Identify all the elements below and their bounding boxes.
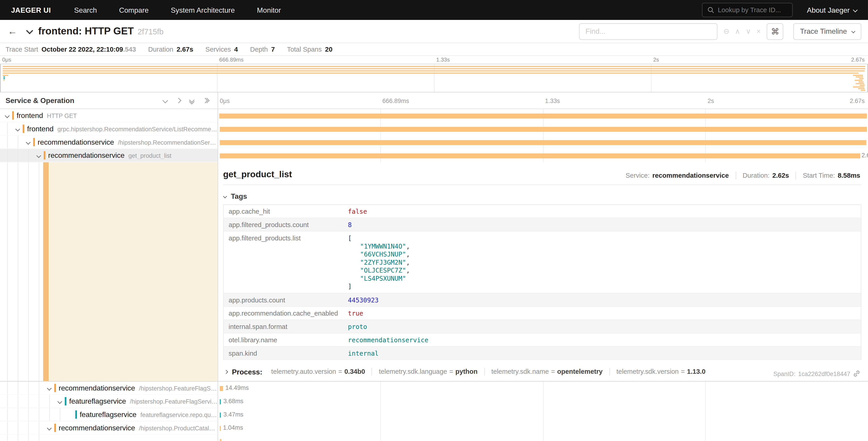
- collapse-header-chevron-icon[interactable]: [26, 27, 33, 34]
- find-clear-icon[interactable]: ×: [756, 27, 761, 35]
- timeline-main: Service & Operation 0μs 666.89ms 1.33s 2…: [0, 93, 868, 441]
- nav-item-compare[interactable]: Compare: [108, 6, 160, 14]
- tag-value: false: [343, 205, 861, 218]
- tag-row: internal.span.format proto: [223, 320, 861, 333]
- span-duration-bar[interactable]: [220, 413, 221, 418]
- span-name-cell[interactable]: featureflagservice /hipstershop.FeatureF…: [0, 395, 217, 408]
- span-track[interactable]: 3.47ms: [217, 408, 868, 421]
- span-track[interactable]: [217, 136, 868, 149]
- chevron-right-icon: [176, 98, 181, 103]
- span-name-cell[interactable]: recommendationservice /hipstershop.Featu…: [0, 382, 217, 395]
- detail-start-time: Start Time:8.58ms: [796, 172, 861, 179]
- minimap-span-bar: [3, 80, 4, 81]
- about-jaeger-menu[interactable]: About Jaeger: [807, 6, 857, 14]
- collapse-all-button[interactable]: [190, 98, 194, 103]
- span-collapse-chevron[interactable]: [34, 154, 44, 157]
- minimap-tick: 666.89ms: [219, 57, 244, 63]
- tree-indent-guide: [2, 136, 13, 148]
- span-name-cell[interactable]: [0, 435, 217, 441]
- span-collapse-chevron[interactable]: [44, 386, 54, 390]
- tree-indent-guide: [13, 395, 23, 408]
- span-name-cell[interactable]: frontend HTTP GET: [0, 109, 217, 122]
- nav-item-search[interactable]: Search: [63, 6, 108, 14]
- expand-all-button[interactable]: [203, 98, 209, 102]
- trace-view-selector[interactable]: Trace Timeline: [793, 23, 861, 40]
- span-track[interactable]: [217, 435, 868, 441]
- span-collapse-chevron[interactable]: [55, 400, 65, 403]
- process-kv: telemetry.sdk.language=python: [372, 368, 484, 375]
- span-detail-panel: get_product_list Service:recommendations…: [217, 162, 868, 381]
- span-duration-bar[interactable]: [220, 386, 223, 391]
- span-track[interactable]: 1.04ms: [217, 421, 868, 435]
- tree-indent-guide: [34, 435, 44, 441]
- span-duration-bar[interactable]: [219, 140, 866, 145]
- span-track[interactable]: [217, 109, 868, 122]
- collapse-one-button[interactable]: [163, 98, 167, 102]
- tag-value: true: [343, 306, 861, 320]
- selected-span-color-stripe: [43, 162, 49, 381]
- trace-view-selector-label: Trace Timeline: [800, 27, 847, 35]
- process-section-toggle[interactable]: Process: telemetry.auto.version=0.34b0 t…: [223, 368, 862, 376]
- detail-duration: Duration:2.62s: [735, 172, 796, 179]
- find-next-icon[interactable]: ∨: [746, 27, 751, 35]
- span-duration-bar[interactable]: [219, 127, 867, 132]
- minimap-range-handle-left[interactable]: [0, 64, 0, 92]
- span-track[interactable]: [217, 122, 868, 136]
- nav-item-monitor[interactable]: Monitor: [246, 6, 292, 14]
- span-row-featureflag-repo-query: featureflagservice featureflagservice.re…: [0, 408, 868, 421]
- span-duration-bar[interactable]: [220, 439, 222, 441]
- minimap-tick: 0μs: [2, 57, 11, 63]
- minimap-tick: 2.67s: [851, 57, 865, 63]
- span-track[interactable]: 14.49ms: [217, 382, 868, 395]
- span-collapse-chevron[interactable]: [13, 127, 23, 130]
- span-track[interactable]: 3.68ms: [217, 395, 868, 408]
- span-detail-header: get_product_list Service:recommendations…: [223, 170, 862, 185]
- span-name-cell[interactable]: recommendationservice /hipstershop.Recom…: [0, 136, 217, 149]
- column-divider[interactable]: [217, 93, 218, 441]
- span-collapse-chevron[interactable]: [2, 114, 12, 117]
- json-list-item: "2ZYFJ3GM2N",: [348, 258, 856, 266]
- selected-span-highlight: [49, 162, 217, 381]
- span-operation-name: /hipstershop.FeatureFlagService/Ge…: [130, 398, 217, 405]
- span-name-cell[interactable]: recommendationservice /hipstershop.Produ…: [0, 421, 217, 435]
- span-duration-bar[interactable]: [220, 426, 221, 431]
- process-kv: telemetry.sdk.version=1.13.0: [609, 368, 712, 375]
- span-operation-name: /hipstershop.ProductCatalogSer…: [139, 424, 217, 431]
- span-track[interactable]: 2.62s: [217, 149, 868, 162]
- expand-one-button[interactable]: [177, 98, 180, 102]
- tag-row: app.recommendation.cache_enabled true: [223, 306, 861, 320]
- tree-indent-guide: [34, 421, 44, 434]
- span-duration-bar[interactable]: [219, 114, 867, 119]
- span-operation-name: get_product_list: [128, 152, 172, 159]
- tree-indent-guide: [13, 149, 23, 161]
- tags-section-toggle[interactable]: Tags: [223, 192, 861, 201]
- span-duration-label: 2.62s: [862, 152, 868, 158]
- span-name-cell[interactable]: frontend grpc.hipstershop.Recommendation…: [0, 122, 217, 136]
- keyboard-shortcuts-button[interactable]: ⌘: [767, 23, 783, 40]
- span-name-cell[interactable]: featureflagservice featureflagservice.re…: [0, 408, 217, 421]
- span-service-name: frontend: [12, 111, 43, 120]
- chevron-down-icon: [16, 126, 20, 131]
- nav-item-system-architecture[interactable]: System Architecture: [160, 6, 246, 14]
- span-collapse-chevron[interactable]: [23, 140, 33, 144]
- tag-value: internal: [343, 346, 861, 359]
- span-service-name: recommendationservice: [33, 138, 114, 146]
- trace-id-lookup-input[interactable]: [718, 6, 787, 14]
- back-button[interactable]: ←: [8, 26, 17, 37]
- span-duration-bar[interactable]: [220, 153, 860, 158]
- find-prev-icon[interactable]: ∧: [735, 27, 740, 35]
- minimap-ticks: 0μs 666.89ms 1.33s 2s 2.67s: [0, 56, 868, 64]
- tree-indent-guide: [34, 382, 44, 394]
- span-name-cell[interactable]: recommendationservice get_product_list: [0, 149, 217, 162]
- span-duration-bar[interactable]: [220, 399, 221, 404]
- trace-header: ← frontend: HTTP GET 2f715fb ⊖ ∧ ∨ × ⌘ T…: [0, 20, 868, 43]
- chevron-down-icon: [223, 195, 227, 198]
- about-jaeger-label: About Jaeger: [807, 6, 850, 14]
- trace-lookup[interactable]: [702, 3, 793, 17]
- span-collapse-chevron[interactable]: [44, 426, 54, 430]
- minimap-canvas[interactable]: [0, 64, 868, 92]
- deep-link-icon[interactable]: [853, 370, 860, 377]
- find-results-icon[interactable]: ⊖: [723, 27, 730, 35]
- tag-key: app.filtered_products.list: [223, 231, 343, 293]
- find-input[interactable]: [579, 23, 717, 40]
